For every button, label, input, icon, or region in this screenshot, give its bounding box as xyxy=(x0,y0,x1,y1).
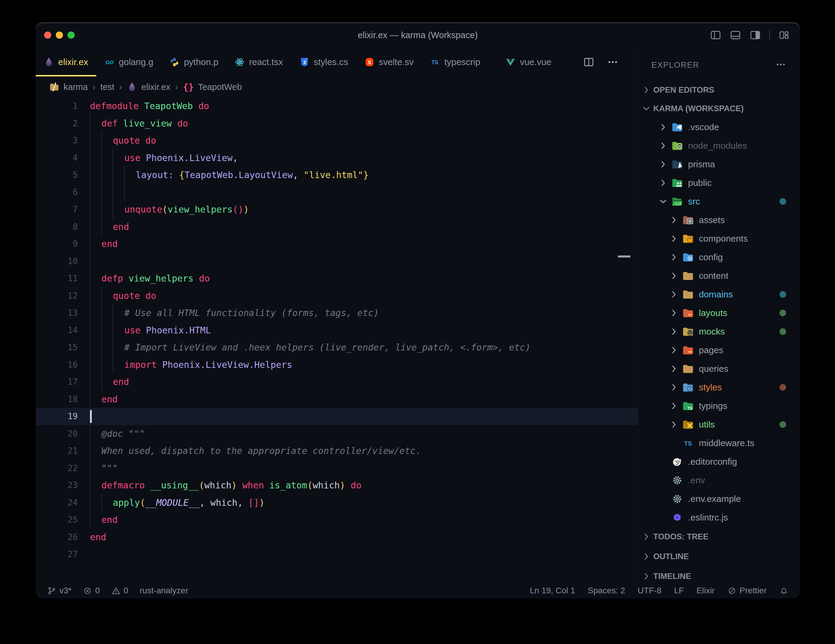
code-line-27[interactable]: 27 xyxy=(36,546,638,563)
code-line-13[interactable]: 13# Use all HTML functionality (forms, t… xyxy=(36,304,638,322)
folder-pages-icon: <> xyxy=(682,344,695,356)
code-line-10[interactable]: 10 xyxy=(36,253,638,270)
status-left: v3*00rust-analyzer xyxy=(47,586,188,595)
tree-item-.env[interactable]: .env xyxy=(638,471,800,490)
code-line-5[interactable]: 5layout: {TeapotWeb.LayoutView, "live.ht… xyxy=(36,166,638,184)
tree-item-mocks[interactable]: mocks xyxy=(638,322,800,341)
status-item-lf[interactable]: LF xyxy=(674,586,684,595)
status-item-spaces-2[interactable]: Spaces: 2 xyxy=(588,586,625,595)
code-line-23[interactable]: 23defmacro __using__(which) when is_atom… xyxy=(36,477,638,494)
breadcrumb-item[interactable]: test xyxy=(101,82,115,92)
tree-item-src[interactable]: </>src xyxy=(638,192,800,211)
tab-typescrip[interactable]: TStypescrip xyxy=(422,48,497,76)
sidebar-section-OUTLINE[interactable]: OUTLINE xyxy=(638,547,800,566)
panel-left-icon[interactable] xyxy=(710,29,721,41)
status-item-rust-analyzer[interactable]: rust-analyzer xyxy=(140,586,188,595)
tree-item-queries[interactable]: queries xyxy=(638,360,800,378)
tab-styles.cs[interactable]: 3styles.cs xyxy=(291,48,356,76)
status-item-utf-8[interactable]: UTF-8 xyxy=(638,586,661,595)
breadcrumb[interactable]: karma›test›elixir.ex›{}TeapotWeb xyxy=(36,76,638,97)
breadcrumb-item[interactable]: TeapotWeb xyxy=(198,82,242,92)
breadcrumb-item[interactable]: elixir.ex xyxy=(141,82,171,92)
tree-item-styles[interactable]: {}styles xyxy=(638,378,800,397)
tree-item-node_modules[interactable]: JSnode_modules xyxy=(638,136,800,155)
code-line-3[interactable]: 3quote do xyxy=(36,132,638,149)
tree-item-prisma[interactable]: prisma xyxy=(638,155,800,174)
tab-vue.vue[interactable]: vue.vue xyxy=(497,48,564,76)
tree-item-typings[interactable]: TStypings xyxy=(638,397,800,415)
tree-item-layouts[interactable]: <>layouts xyxy=(638,304,800,322)
tree-item-public[interactable]: public xyxy=(638,174,800,192)
code-line-6[interactable]: 6 xyxy=(36,184,638,201)
breadcrumb-item[interactable]: karma xyxy=(63,82,88,92)
code-line-26[interactable]: 26end xyxy=(36,529,638,546)
tab-python.p[interactable]: python.p xyxy=(161,48,226,76)
error-icon xyxy=(83,586,92,595)
panel-right-icon[interactable] xyxy=(749,29,761,41)
tree-item-content[interactable]: content xyxy=(638,266,800,285)
tab-label: golang.g xyxy=(119,57,153,67)
tree-item-components[interactable]: components xyxy=(638,229,800,248)
code-line-9[interactable]: 9end xyxy=(36,235,638,253)
more-icon[interactable] xyxy=(607,56,619,68)
status-item-v3-[interactable]: v3* xyxy=(47,586,71,595)
tree-item-.editorconfig[interactable]: .editorconfig xyxy=(638,453,800,471)
code-line-12[interactable]: 12quote do xyxy=(36,287,638,305)
tree-item-utils[interactable]: utils xyxy=(638,415,800,434)
code-editor[interactable]: 1defmodule TeapotWeb do2def live_view do… xyxy=(36,97,638,583)
code-line-20[interactable]: 20@doc """ xyxy=(36,425,638,443)
tree-item-.vscode[interactable]: .vscode xyxy=(638,118,800,136)
tree-item-.env.example[interactable]: .env.example xyxy=(638,490,800,508)
sidebar-section-TODOS: TREE[interactable]: TODOS: TREE xyxy=(638,527,800,547)
panel-bottom-icon[interactable] xyxy=(730,29,741,41)
split-editor-icon[interactable] xyxy=(583,56,595,68)
tree-item-config[interactable]: config xyxy=(638,248,800,266)
tree-item-middleware.ts[interactable]: TSmiddleware.ts xyxy=(638,434,800,453)
code-line-21[interactable]: 21When used, dispatch to the appropriate… xyxy=(36,442,638,460)
code-line-18[interactable]: 18end xyxy=(36,391,638,408)
code-line-15[interactable]: 15# Import LiveView and .heex helpers (l… xyxy=(36,339,638,356)
tab-elixir.ex[interactable]: elixir.ex xyxy=(36,48,96,76)
tree-item-assets[interactable]: assets xyxy=(638,211,800,229)
tab-golang.g[interactable]: GOgolang.g xyxy=(96,48,161,76)
code-line-24[interactable]: 24apply(__MODULE__, which, []) xyxy=(36,494,638,511)
status-item-0[interactable]: 0 xyxy=(83,586,100,595)
code-line-25[interactable]: 25end xyxy=(36,511,638,529)
status-item-elixir[interactable]: Elixir xyxy=(697,586,715,595)
file-tree: .vscodeJSnode_modulesprismapublic</>srca… xyxy=(638,118,800,527)
code-line-8[interactable]: 8end xyxy=(36,218,638,236)
explorer-more-icon[interactable] xyxy=(775,59,786,70)
status-item-ln-19-col-1[interactable]: Ln 19, Col 1 xyxy=(530,586,575,595)
code-line-22[interactable]: 22""" xyxy=(36,460,638,477)
tree-item-pages[interactable]: <>pages xyxy=(638,341,800,360)
code-line-7[interactable]: 7unquote(view_helpers()) xyxy=(36,201,638,218)
code-line-4[interactable]: 4use Phoenix.LiveView, xyxy=(36,149,638,167)
status-item-0[interactable]: 0 xyxy=(111,586,128,595)
line-number: 27 xyxy=(36,546,78,563)
status-item[interactable] xyxy=(779,586,788,595)
sidebar-section-TIMELINE[interactable]: TIMELINE xyxy=(638,566,800,583)
tree-item-.eslintrc.js[interactable]: .eslintrc.js xyxy=(638,508,800,527)
minimize-window-button[interactable] xyxy=(56,31,63,39)
maximize-window-button[interactable] xyxy=(68,31,75,39)
code-line-1[interactable]: 1defmodule TeapotWeb do xyxy=(36,97,638,115)
line-number: 11 xyxy=(36,270,78,287)
code-line-16[interactable]: 16import Phoenix.LiveView.Helpers xyxy=(36,356,638,373)
chevron-right-icon xyxy=(669,252,679,262)
code-line-14[interactable]: 14use Phoenix.HTML xyxy=(36,322,638,339)
warning-icon xyxy=(111,586,120,595)
code-line-17[interactable]: 17end xyxy=(36,373,638,391)
tab-svelte.sv[interactable]: Ssvelte.sv xyxy=(356,48,422,76)
svg-text:S: S xyxy=(368,60,371,65)
code-line-2[interactable]: 2def live_view do xyxy=(36,115,638,132)
code-line-19[interactable]: 19 xyxy=(36,408,638,425)
code-line-11[interactable]: 11defp view_helpers do xyxy=(36,270,638,287)
close-window-button[interactable] xyxy=(44,31,51,39)
tab-react.tsx[interactable]: react.tsx xyxy=(226,48,291,76)
sidebar-section-OPEN EDITORS[interactable]: OPEN EDITORS xyxy=(638,81,800,99)
chevron-right-icon xyxy=(658,178,668,188)
status-item-prettier[interactable]: Prettier xyxy=(727,586,767,595)
tree-item-domains[interactable]: domains xyxy=(638,285,800,304)
sidebar-section-KARMA (WORKSPACE)[interactable]: KARMA (WORKSPACE) xyxy=(638,99,800,118)
layout-custom-icon[interactable] xyxy=(778,29,790,41)
